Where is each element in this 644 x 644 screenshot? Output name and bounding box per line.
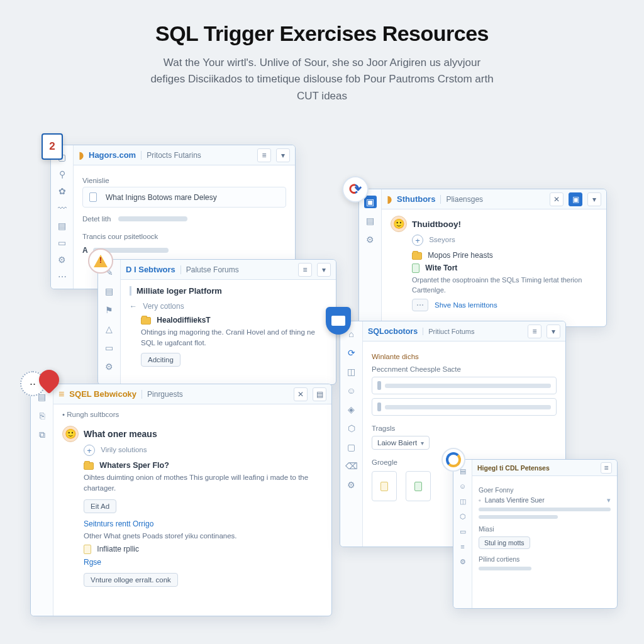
tag-icon[interactable]: ⬡: [345, 422, 358, 435]
folder-icon: [412, 252, 422, 260]
gear-icon[interactable]: ✿: [56, 186, 69, 197]
link[interactable]: Rgse: [84, 558, 101, 567]
sidebar: ▢ ⚲ ✿ 〰 ▤ ▭ ⚙ ⋯: [51, 145, 74, 289]
list-item[interactable]: Lanats Vientire Suer: [485, 496, 545, 504]
file-card[interactable]: [406, 471, 431, 501]
settings-icon[interactable]: ⚙: [103, 360, 116, 373]
square-icon[interactable]: ▣: [569, 192, 582, 206]
menu-icon[interactable]: ≡: [257, 148, 271, 162]
action-button[interactable]: Vnture olloge erralt. conk: [84, 573, 178, 587]
window-title: Higegl ti CDL Petenses: [477, 464, 550, 472]
edit-button[interactable]: Eit Ad: [84, 499, 116, 513]
window-disebtwors: ✎ ▤ ⚑ △ ▭ ⚙ D I Sebtwors Palutse Forums …: [97, 259, 336, 385]
back-link[interactable]: Very cotlons: [143, 302, 184, 311]
user-icon[interactable]: ☺: [458, 481, 468, 491]
trash-icon[interactable]: ⌫: [345, 460, 358, 472]
chevron-icon[interactable]: ▾: [587, 192, 601, 206]
square-icon[interactable]: ▣: [364, 196, 377, 208]
clipboard-icon[interactable]: ⎘: [36, 409, 48, 422]
sidebar: ▤ ☺ ◫ ⬡ ▭ ≡ ⚙: [453, 460, 472, 608]
pin-badge: [39, 370, 59, 396]
file-name[interactable]: HealodiffiieksT: [157, 316, 210, 325]
chevron-icon[interactable]: ▾: [547, 325, 560, 338]
logo-icon: ◗: [79, 149, 84, 161]
item-desc: Orpantet the osoptroainn the SQLs Timing…: [412, 275, 597, 295]
tag-icon[interactable]: ⬡: [458, 511, 468, 521]
content-heading: Milliate loger Platform: [130, 286, 327, 296]
item-title[interactable]: Wite Tort: [425, 264, 457, 272]
trash-icon[interactable]: ▭: [458, 526, 468, 536]
file-icon: [84, 545, 91, 554]
featured-card[interactable]: What Inigns Botows mare Delesy: [82, 187, 286, 208]
search-icon[interactable]: ⚲: [56, 169, 69, 179]
doc-icon[interactable]: ▤: [364, 214, 377, 227]
folder-icon: [141, 317, 151, 325]
section-label: Trancis cour psitetloock: [82, 233, 286, 240]
section-label: Peccnment Cheesple Sacte: [372, 365, 557, 373]
more-icon[interactable]: ⋯: [56, 272, 69, 282]
item-title[interactable]: Mopos Prire heasts: [428, 251, 492, 260]
back-arrow-icon[interactable]: ←: [130, 302, 137, 311]
window-title: Sthutbors: [397, 194, 435, 204]
menu-icon[interactable]: ≡: [528, 325, 541, 338]
dropdown[interactable]: Laiow Baiert ▾: [372, 436, 430, 450]
gear-icon[interactable]: ⚙: [345, 479, 358, 491]
bookmark-icon[interactable]: ◈: [345, 403, 358, 416]
page-title: SQL Trigger Exercises Resources: [75, 21, 569, 46]
window-tab[interactable]: Pritiuct Fotums: [423, 328, 474, 335]
file-icon: [414, 482, 422, 491]
add-icon[interactable]: +: [412, 235, 423, 246]
subtitle: Sseyors: [429, 236, 455, 243]
settings-icon[interactable]: ⚙: [56, 255, 69, 265]
folder-icon: [84, 462, 94, 470]
menu-icon[interactable]: ≡: [601, 462, 612, 474]
card-title: What Inigns Botows mare Delesy: [106, 193, 217, 202]
graph-icon[interactable]: △: [103, 323, 116, 335]
note-icon[interactable]: ▤: [103, 285, 116, 297]
close-icon[interactable]: ✕: [294, 387, 308, 401]
chart-icon[interactable]: 〰: [56, 203, 69, 214]
action-button[interactable]: Stul ing motts: [479, 536, 530, 549]
lock-icon[interactable]: ◫: [345, 365, 358, 378]
breadcrumb[interactable]: Rungh sultbcors: [67, 411, 119, 418]
window-tab[interactable]: Pritocts Futarins: [141, 151, 201, 160]
flag-icon[interactable]: ⚑: [103, 304, 116, 316]
link[interactable]: Shve Nas lernittons: [435, 301, 497, 309]
chevron-down-icon[interactable]: ▾: [317, 263, 331, 277]
sidebar: ✎ ▤ ⚑ △ ▭ ⚙: [98, 260, 121, 384]
clipboard-icon[interactable]: ▭: [56, 237, 69, 248]
close-icon[interactable]: ✕: [550, 192, 564, 206]
file-card[interactable]: [372, 471, 397, 501]
avatar: [391, 216, 407, 232]
input-field[interactable]: [372, 377, 557, 394]
user-icon[interactable]: ☺: [345, 384, 358, 397]
window-title: SQLocbotors: [368, 327, 418, 336]
placeholder-bar: [479, 508, 611, 511]
file-icon: [412, 264, 419, 273]
link[interactable]: Seitnturs rentt Orrigo: [84, 519, 153, 528]
chevron-icon[interactable]: ▾: [607, 496, 611, 504]
window-tab[interactable]: Palutse Forums: [180, 265, 239, 274]
layers-icon[interactable]: ⧉: [36, 428, 48, 441]
window-tab[interactable]: Pliaensges: [440, 195, 483, 204]
item-title[interactable]: Whaters Sper Flo?: [99, 461, 169, 470]
add-icon[interactable]: +: [84, 445, 95, 456]
folder-icon[interactable]: ▭: [103, 341, 116, 354]
settings-icon[interactable]: ⚙: [364, 233, 377, 246]
menu-icon[interactable]: ▤: [313, 387, 326, 401]
placeholder-bar: [479, 567, 531, 570]
action-button[interactable]: Adciting: [141, 353, 180, 367]
section-label: Winlante dichs: [372, 353, 557, 360]
item-title[interactable]: Infliatte rpllic: [97, 545, 139, 553]
bookmark-icon[interactable]: ◫: [458, 496, 468, 506]
chevron-down-icon[interactable]: ▾: [276, 148, 290, 162]
calendar-icon[interactable]: ▤: [56, 220, 69, 231]
gear-icon[interactable]: ⚙: [458, 557, 468, 567]
list-icon[interactable]: ≡: [458, 541, 468, 552]
menu-icon[interactable]: ≡: [298, 263, 312, 277]
window-tab[interactable]: Pinrguests: [142, 390, 183, 399]
refresh-icon[interactable]: ⟳: [345, 347, 358, 359]
small-button[interactable]: ⋯: [412, 299, 428, 311]
box-icon[interactable]: ▢: [345, 441, 358, 453]
input-field[interactable]: [372, 398, 557, 416]
